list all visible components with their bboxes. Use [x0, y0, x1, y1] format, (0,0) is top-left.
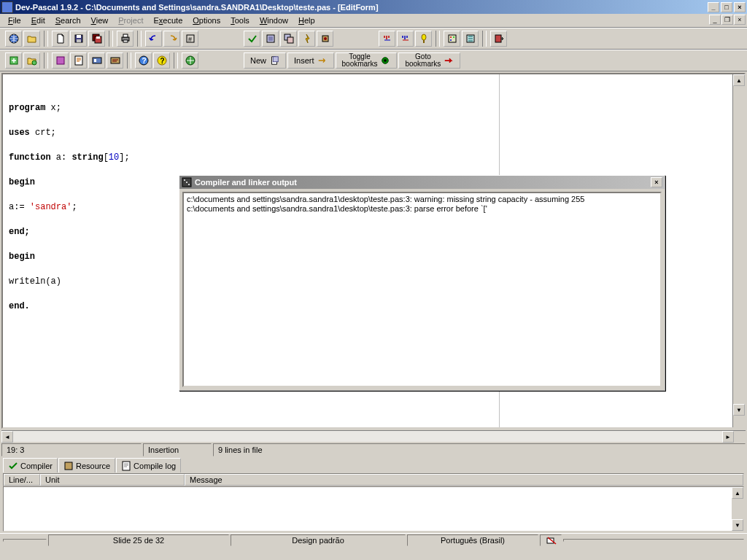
- check-icon: [8, 461, 18, 471]
- svg-rect-27: [57, 57, 64, 64]
- scroll-track[interactable]: [13, 431, 722, 442]
- svg-text:?: ?: [142, 57, 146, 65]
- menu-window[interactable]: WindowWindow: [255, 15, 293, 26]
- horizontal-scrollbar[interactable]: ◄ ►: [1, 430, 746, 442]
- status-pane-filler: [563, 539, 744, 542]
- new-button[interactable]: New: [244, 52, 286, 69]
- menu-file[interactable]: FFileile: [3, 15, 26, 26]
- mdi-restore-button[interactable]: ❐: [721, 15, 733, 25]
- tab-resource[interactable]: Resource: [58, 458, 115, 472]
- svg-rect-28: [75, 56, 82, 65]
- svg-rect-18: [423, 40, 425, 43]
- tab-compiler[interactable]: Compiler: [3, 458, 58, 472]
- grid-scroll-up-icon[interactable]: ▲: [732, 487, 743, 499]
- svg-rect-8: [123, 34, 128, 37]
- close-button[interactable]: ×: [734, 2, 746, 12]
- compile-log-icon[interactable]: [70, 52, 87, 69]
- mdi-minimize-button[interactable]: _: [709, 15, 721, 25]
- mdi-close-button[interactable]: ×: [734, 15, 746, 25]
- svg-rect-14: [287, 37, 293, 43]
- slide-indicator: Slide 25 de 32: [48, 534, 229, 546]
- build-icon[interactable]: [262, 31, 279, 47]
- toggle-bookmarks-button[interactable]: Toggle bookmarks: [336, 52, 398, 69]
- web-icon[interactable]: [182, 52, 198, 69]
- save-all-icon[interactable]: [88, 31, 105, 47]
- undo-icon[interactable]: [145, 31, 162, 47]
- tools-icon[interactable]: [462, 31, 479, 47]
- svg-rect-31: [111, 58, 120, 63]
- project-new-icon[interactable]: [5, 52, 22, 69]
- globe-icon[interactable]: [5, 31, 22, 47]
- svg-text:?: ?: [160, 57, 164, 65]
- output-title: Compiler and linker output: [195, 178, 297, 187]
- svg-rect-29: [93, 58, 101, 63]
- output-line: c:\documents and settings\sandra.sandra1…: [187, 195, 657, 204]
- svg-rect-30: [94, 59, 96, 62]
- output-tabs: Compiler Resource Compile log: [0, 456, 747, 473]
- window-title: Dev-Pascal 1.9.2 - C:\Documents and Sett…: [15, 3, 708, 12]
- menu-help[interactable]: HelpHelp: [293, 15, 320, 26]
- goto-bookmarks-button[interactable]: Goto bookmarks: [398, 52, 460, 69]
- tab-compile-log[interactable]: Compile log: [116, 458, 181, 472]
- design-indicator: Design padrão: [231, 534, 406, 546]
- insert-button[interactable]: Insert: [287, 52, 334, 69]
- col-line[interactable]: Line/...: [4, 474, 40, 486]
- watch-icon[interactable]: [415, 31, 432, 47]
- debug-icon[interactable]: [317, 31, 333, 47]
- scroll-right-icon[interactable]: ►: [722, 431, 734, 443]
- svg-rect-19: [449, 35, 456, 42]
- menu-tools[interactable]: ToolsTools: [225, 15, 255, 26]
- grid-scrollbar[interactable]: ▲ ▼: [732, 487, 743, 531]
- svg-point-22: [450, 39, 452, 41]
- menu-execute[interactable]: ExecuteExecute: [149, 15, 188, 26]
- menu-search[interactable]: SearchSearch: [50, 15, 86, 26]
- menu-options[interactable]: OptionsOptions: [187, 15, 225, 26]
- open-folder-icon[interactable]: [23, 31, 40, 47]
- maximize-button[interactable]: □: [721, 2, 732, 12]
- menu-edit[interactable]: EditEdit: [26, 15, 50, 26]
- grid-scroll-down-icon[interactable]: ▼: [732, 519, 743, 531]
- project-add-icon[interactable]: [23, 52, 40, 69]
- debug-panel-icon[interactable]: [88, 52, 105, 69]
- minimize-button[interactable]: _: [708, 2, 719, 12]
- save-icon[interactable]: [70, 31, 87, 47]
- output-text[interactable]: c:\documents and settings\sandra.sandra1…: [182, 192, 662, 387]
- compiler-output-window[interactable]: Compiler and linker output × c:\document…: [179, 175, 665, 391]
- step-into-icon[interactable]: [397, 31, 414, 47]
- output-titlebar[interactable]: Compiler and linker output ×: [179, 176, 665, 189]
- col-unit[interactable]: Unit: [40, 474, 185, 486]
- compile-icon[interactable]: [244, 31, 260, 47]
- svg-point-16: [324, 37, 327, 40]
- print-icon[interactable]: [117, 31, 133, 47]
- new-file-icon[interactable]: [52, 31, 69, 47]
- line-count: 9 lines in file: [213, 443, 746, 456]
- scroll-down-icon[interactable]: ▼: [733, 404, 745, 416]
- about-icon[interactable]: ?: [153, 52, 170, 69]
- menu-view[interactable]: ViewView: [86, 15, 114, 26]
- output-close-button[interactable]: ×: [651, 177, 662, 187]
- scroll-up-icon[interactable]: ▲: [733, 74, 745, 86]
- vertical-scrollbar[interactable]: ▲ ▼: [732, 74, 744, 427]
- help-icon[interactable]: ?: [135, 52, 152, 69]
- find-icon[interactable]: #: [182, 31, 198, 47]
- message-grid-header: Line/... Unit Message: [3, 473, 744, 486]
- col-message[interactable]: Message: [185, 474, 743, 486]
- options-icon[interactable]: [444, 31, 460, 47]
- titlebar: Dev-Pascal 1.9.2 - C:\Documents and Sett…: [0, 0, 747, 14]
- run-icon[interactable]: [298, 31, 315, 47]
- scroll-left-icon[interactable]: ◄: [1, 431, 13, 443]
- editor-statusbar: 19: 3 Insertion 9 lines in file: [0, 443, 747, 456]
- resource-tab-icon: [63, 461, 74, 471]
- message-grid[interactable]: ▲ ▼: [3, 486, 744, 532]
- svg-point-21: [453, 36, 454, 38]
- step-over-icon[interactable]: [379, 31, 395, 47]
- svg-point-46: [188, 184, 190, 185]
- exit-icon[interactable]: [490, 31, 507, 47]
- mdi-buttons: _ ❐ ×: [709, 15, 746, 25]
- svg-rect-2: [77, 35, 81, 38]
- output-window-icon: [182, 177, 192, 187]
- output-icon[interactable]: [107, 52, 123, 69]
- resource-icon[interactable]: [52, 52, 69, 69]
- rebuild-icon[interactable]: [280, 31, 297, 47]
- redo-icon[interactable]: [163, 31, 180, 47]
